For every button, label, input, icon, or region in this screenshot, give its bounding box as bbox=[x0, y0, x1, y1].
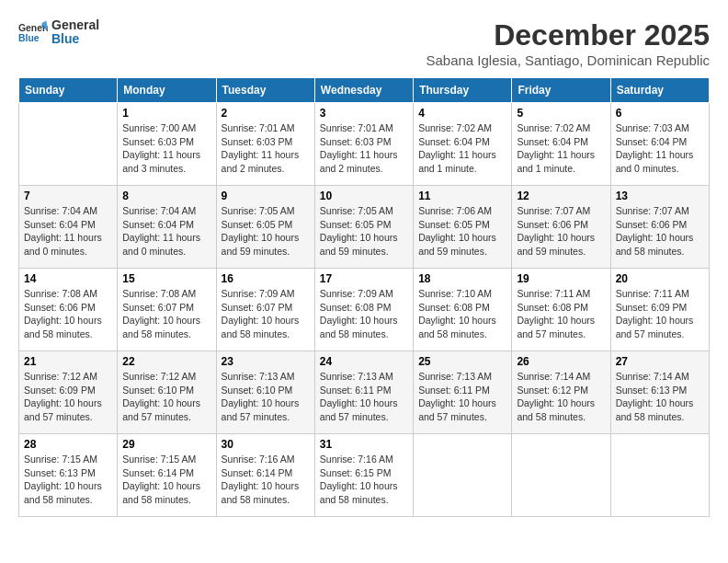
calendar-cell: 18Sunrise: 7:10 AMSunset: 6:08 PMDayligh… bbox=[414, 269, 512, 351]
day-info: Sunrise: 7:11 AMSunset: 6:08 PMDaylight:… bbox=[517, 287, 605, 341]
calendar-cell: 27Sunrise: 7:14 AMSunset: 6:13 PMDayligh… bbox=[610, 351, 709, 434]
day-number: 3 bbox=[320, 107, 408, 120]
day-info: Sunrise: 7:06 AMSunset: 6:05 PMDaylight:… bbox=[418, 204, 506, 259]
day-info: Sunrise: 7:05 AMSunset: 6:05 PMDaylight:… bbox=[222, 204, 310, 259]
calendar-cell bbox=[414, 434, 512, 517]
weekday-header: Friday bbox=[512, 78, 610, 103]
calendar-header: SundayMondayTuesdayWednesdayThursdayFrid… bbox=[19, 78, 710, 103]
day-number: 24 bbox=[320, 355, 408, 368]
day-number: 13 bbox=[616, 190, 704, 202]
day-info: Sunrise: 7:09 AMSunset: 6:08 PMDaylight:… bbox=[320, 287, 408, 341]
calendar-cell: 10Sunrise: 7:05 AMSunset: 6:05 PMDayligh… bbox=[314, 186, 413, 269]
weekday-header: Thursday bbox=[414, 78, 512, 103]
day-info: Sunrise: 7:12 AMSunset: 6:10 PMDaylight:… bbox=[122, 370, 210, 424]
calendar-cell: 15Sunrise: 7:08 AMSunset: 6:07 PMDayligh… bbox=[118, 269, 216, 351]
calendar-cell: 30Sunrise: 7:16 AMSunset: 6:14 PMDayligh… bbox=[216, 434, 314, 517]
calendar-table: SundayMondayTuesdayWednesdayThursdayFrid… bbox=[18, 77, 710, 517]
day-number: 16 bbox=[222, 272, 310, 285]
calendar-cell: 17Sunrise: 7:09 AMSunset: 6:08 PMDayligh… bbox=[314, 269, 413, 351]
day-info: Sunrise: 7:14 AMSunset: 6:12 PMDaylight:… bbox=[517, 370, 605, 424]
day-number: 28 bbox=[24, 438, 112, 451]
day-number: 12 bbox=[517, 190, 605, 202]
day-info: Sunrise: 7:00 AMSunset: 6:03 PMDaylight:… bbox=[122, 121, 210, 176]
calendar-cell: 5Sunrise: 7:02 AMSunset: 6:04 PMDaylight… bbox=[512, 103, 610, 186]
calendar-cell: 14Sunrise: 7:08 AMSunset: 6:06 PMDayligh… bbox=[19, 269, 118, 351]
weekday-header: Monday bbox=[118, 78, 216, 103]
day-info: Sunrise: 7:16 AMSunset: 6:15 PMDaylight:… bbox=[320, 453, 408, 507]
calendar-cell: 7Sunrise: 7:04 AMSunset: 6:04 PMDaylight… bbox=[19, 186, 118, 269]
day-number: 2 bbox=[222, 107, 310, 120]
day-info: Sunrise: 7:08 AMSunset: 6:07 PMDaylight:… bbox=[122, 287, 210, 341]
day-info: Sunrise: 7:01 AMSunset: 6:03 PMDaylight:… bbox=[320, 121, 408, 176]
calendar-cell: 22Sunrise: 7:12 AMSunset: 6:10 PMDayligh… bbox=[118, 351, 216, 434]
day-number: 20 bbox=[616, 272, 704, 285]
logo-icon: General Blue bbox=[18, 19, 48, 45]
day-number: 21 bbox=[24, 355, 112, 368]
day-info: Sunrise: 7:16 AMSunset: 6:14 PMDaylight:… bbox=[222, 453, 310, 507]
calendar-cell: 6Sunrise: 7:03 AMSunset: 6:04 PMDaylight… bbox=[610, 103, 709, 186]
day-number: 22 bbox=[122, 355, 210, 368]
calendar-cell: 19Sunrise: 7:11 AMSunset: 6:08 PMDayligh… bbox=[512, 269, 610, 351]
day-number: 26 bbox=[517, 355, 605, 368]
calendar-cell: 12Sunrise: 7:07 AMSunset: 6:06 PMDayligh… bbox=[512, 186, 610, 269]
calendar-cell: 23Sunrise: 7:13 AMSunset: 6:10 PMDayligh… bbox=[216, 351, 314, 434]
day-number: 8 bbox=[122, 190, 210, 202]
calendar-cell: 31Sunrise: 7:16 AMSunset: 6:15 PMDayligh… bbox=[314, 434, 413, 517]
day-number: 27 bbox=[616, 355, 704, 368]
day-info: Sunrise: 7:02 AMSunset: 6:04 PMDaylight:… bbox=[517, 121, 605, 176]
calendar-cell: 25Sunrise: 7:13 AMSunset: 6:11 PMDayligh… bbox=[414, 351, 512, 434]
month-title: December 2025 bbox=[426, 18, 710, 52]
calendar-cell: 8Sunrise: 7:04 AMSunset: 6:04 PMDaylight… bbox=[118, 186, 216, 269]
day-info: Sunrise: 7:14 AMSunset: 6:13 PMDaylight:… bbox=[616, 370, 704, 424]
day-info: Sunrise: 7:10 AMSunset: 6:08 PMDaylight:… bbox=[418, 287, 506, 341]
day-info: Sunrise: 7:13 AMSunset: 6:11 PMDaylight:… bbox=[418, 370, 506, 424]
weekday-header: Wednesday bbox=[314, 78, 413, 103]
day-number: 6 bbox=[616, 107, 704, 120]
day-info: Sunrise: 7:05 AMSunset: 6:05 PMDaylight:… bbox=[320, 204, 408, 259]
calendar-cell: 26Sunrise: 7:14 AMSunset: 6:12 PMDayligh… bbox=[512, 351, 610, 434]
calendar-cell: 3Sunrise: 7:01 AMSunset: 6:03 PMDaylight… bbox=[314, 103, 413, 186]
calendar-cell: 4Sunrise: 7:02 AMSunset: 6:04 PMDaylight… bbox=[414, 103, 512, 186]
day-number: 10 bbox=[320, 190, 408, 202]
day-info: Sunrise: 7:13 AMSunset: 6:10 PMDaylight:… bbox=[222, 370, 310, 424]
page-header: General Blue General Blue December 2025 … bbox=[18, 18, 710, 68]
calendar-cell: 29Sunrise: 7:15 AMSunset: 6:14 PMDayligh… bbox=[118, 434, 216, 517]
calendar-cell bbox=[610, 434, 709, 517]
day-number: 31 bbox=[320, 438, 408, 451]
calendar-cell: 2Sunrise: 7:01 AMSunset: 6:03 PMDaylight… bbox=[216, 103, 314, 186]
day-info: Sunrise: 7:12 AMSunset: 6:09 PMDaylight:… bbox=[24, 370, 112, 424]
day-info: Sunrise: 7:13 AMSunset: 6:11 PMDaylight:… bbox=[320, 370, 408, 424]
calendar-cell bbox=[512, 434, 610, 517]
day-number: 15 bbox=[122, 272, 210, 285]
day-number: 9 bbox=[222, 190, 310, 202]
day-info: Sunrise: 7:08 AMSunset: 6:06 PMDaylight:… bbox=[24, 287, 112, 341]
day-number: 7 bbox=[24, 190, 112, 202]
day-info: Sunrise: 7:09 AMSunset: 6:07 PMDaylight:… bbox=[222, 287, 310, 341]
day-info: Sunrise: 7:02 AMSunset: 6:04 PMDaylight:… bbox=[418, 121, 506, 176]
day-info: Sunrise: 7:15 AMSunset: 6:13 PMDaylight:… bbox=[24, 453, 112, 507]
day-number: 5 bbox=[517, 107, 605, 120]
calendar-cell: 11Sunrise: 7:06 AMSunset: 6:05 PMDayligh… bbox=[414, 186, 512, 269]
day-info: Sunrise: 7:07 AMSunset: 6:06 PMDaylight:… bbox=[616, 204, 704, 259]
day-info: Sunrise: 7:11 AMSunset: 6:09 PMDaylight:… bbox=[616, 287, 704, 341]
calendar-cell: 24Sunrise: 7:13 AMSunset: 6:11 PMDayligh… bbox=[314, 351, 413, 434]
calendar-cell: 21Sunrise: 7:12 AMSunset: 6:09 PMDayligh… bbox=[19, 351, 118, 434]
calendar-cell: 13Sunrise: 7:07 AMSunset: 6:06 PMDayligh… bbox=[610, 186, 709, 269]
day-number: 14 bbox=[24, 272, 112, 285]
day-number: 25 bbox=[418, 355, 506, 368]
logo: General Blue General Blue bbox=[18, 18, 99, 47]
calendar-cell: 20Sunrise: 7:11 AMSunset: 6:09 PMDayligh… bbox=[610, 269, 709, 351]
calendar-cell bbox=[19, 103, 118, 186]
day-info: Sunrise: 7:04 AMSunset: 6:04 PMDaylight:… bbox=[122, 204, 210, 259]
day-info: Sunrise: 7:15 AMSunset: 6:14 PMDaylight:… bbox=[122, 453, 210, 507]
day-number: 23 bbox=[222, 355, 310, 368]
svg-text:Blue: Blue bbox=[18, 33, 40, 43]
day-number: 1 bbox=[122, 107, 210, 120]
day-number: 19 bbox=[517, 272, 605, 285]
calendar-cell: 9Sunrise: 7:05 AMSunset: 6:05 PMDaylight… bbox=[216, 186, 314, 269]
day-info: Sunrise: 7:07 AMSunset: 6:06 PMDaylight:… bbox=[517, 204, 605, 259]
day-info: Sunrise: 7:01 AMSunset: 6:03 PMDaylight:… bbox=[222, 121, 310, 176]
day-info: Sunrise: 7:03 AMSunset: 6:04 PMDaylight:… bbox=[616, 121, 704, 176]
weekday-header: Tuesday bbox=[216, 78, 314, 103]
calendar-cell: 1Sunrise: 7:00 AMSunset: 6:03 PMDaylight… bbox=[118, 103, 216, 186]
